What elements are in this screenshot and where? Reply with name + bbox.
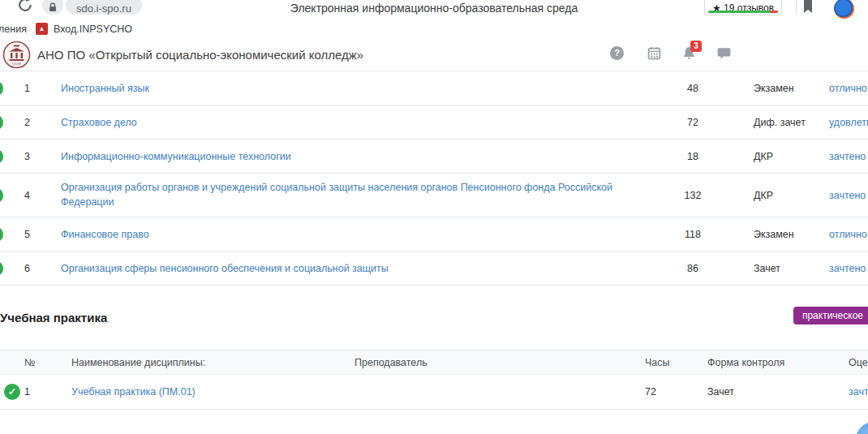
lock-icon	[47, 2, 58, 12]
hours-value: 72	[645, 386, 656, 397]
col-discipline: Наименование дисциплины:	[71, 357, 205, 368]
grade-link[interactable]: зачтено	[829, 263, 866, 274]
hours-value: 72	[676, 117, 710, 128]
hours-value: 132	[676, 190, 710, 201]
browser-window: sdo.i-spo.ru Электронная информационно-о…	[0, 0, 868, 434]
control-form: ДКР	[754, 151, 773, 162]
col-number: №	[24, 357, 35, 368]
row-number: 2	[24, 117, 30, 128]
discipline-row: 1 Иностранный язык 48 Экзамен отлично	[0, 71, 868, 105]
reload-icon[interactable]	[18, 0, 32, 12]
calendar-icon[interactable]	[647, 46, 661, 63]
practice-link[interactable]: Учебная практика (ПМ.01)	[71, 386, 196, 397]
bookmarks-bar: ления ▲ Вход.INPSYCHO	[0, 23, 868, 38]
control-form: Экзамен	[754, 83, 794, 94]
control-form: Диф. зачет	[754, 117, 806, 128]
url-chip[interactable]: sdo.i-spo.ru	[66, 0, 142, 15]
status-check-icon: ✓	[4, 384, 20, 400]
rating-bar	[708, 11, 778, 13]
row-number: 4	[24, 190, 30, 201]
chat-icon[interactable]	[717, 46, 731, 63]
discipline-row: 4 Организация работы органов и учреждени…	[0, 174, 868, 217]
discipline-row: 6 Организация сферы пенсионного обеспече…	[0, 251, 868, 286]
col-control: Форма контроля	[707, 357, 784, 368]
status-done-icon	[0, 226, 3, 242]
hours-value: 86	[676, 263, 710, 274]
site-security-chip[interactable]	[42, 0, 63, 15]
hours-value: 118	[676, 229, 710, 240]
page-title: Электронная информационно-образовательна…	[290, 2, 578, 15]
discipline-link[interactable]: Информационно-коммуникационные технологи…	[61, 148, 629, 164]
row-number: 1	[24, 83, 30, 94]
browser-toolbar: sdo.i-spo.ru Электронная информационно-о…	[0, 0, 868, 23]
discipline-link[interactable]: Организация сферы пенсионного обеспечени…	[61, 260, 629, 276]
status-done-icon	[0, 80, 3, 96]
col-teacher: Преподаватель	[355, 357, 428, 368]
discipline-row: 3 Информационно-коммуникационные техноло…	[0, 140, 868, 174]
grade-link[interactable]: зачтено	[829, 190, 866, 201]
control-form: Экзамен	[754, 229, 794, 240]
row-number: 3	[24, 151, 30, 162]
row-number: 6	[24, 263, 30, 274]
grade-link[interactable]: удовлетворительно	[829, 117, 868, 128]
floating-action-button[interactable]	[856, 422, 868, 434]
control-form: ДКР	[754, 190, 773, 201]
reviews-badge[interactable]: ★ 19 отзывов	[704, 0, 782, 15]
col-hours: Часы	[645, 357, 670, 368]
college-name: АНО ПО «Открытый социально-экономический…	[37, 48, 363, 62]
grade-link[interactable]: зачтено	[849, 386, 868, 397]
toolbar-divider	[796, 0, 797, 14]
section-title-practice: Учебная практика	[0, 311, 107, 324]
discipline-row: 5 Финансовое право 118 Экзамен отлично	[0, 217, 868, 251]
control-form: Зачет	[707, 386, 734, 397]
svg-text:ОСЭК: ОСЭК	[12, 62, 22, 66]
discipline-link[interactable]: Страховое дело	[61, 114, 629, 130]
status-done-icon	[0, 187, 3, 203]
profile-avatar[interactable]	[834, 0, 854, 19]
grade-link[interactable]: отлично	[829, 229, 867, 240]
bookmark-favicon-icon: ▲	[36, 23, 48, 35]
help-icon[interactable]: ?	[610, 46, 624, 60]
practice-table-header: № Наименование дисциплины: Преподаватель…	[0, 350, 868, 375]
grade-link[interactable]: зачтено	[829, 151, 866, 162]
practice-row: ✓ 1 Учебная практика (ПМ.01) 72 Зачет за…	[0, 375, 868, 410]
disciplines-table: 1 Иностранный язык 48 Экзамен отлично 2 …	[0, 71, 868, 286]
hours-value: 48	[676, 83, 710, 94]
grade-link[interactable]: отлично	[829, 83, 867, 94]
discipline-link[interactable]: Организация работы органов и учреждений …	[61, 180, 629, 211]
college-logo: ОСЭК	[2, 41, 31, 72]
row-number: 5	[24, 229, 30, 240]
bookmark-icon[interactable]	[802, 0, 814, 17]
status-done-icon	[0, 260, 3, 276]
notifications-count-badge: 3	[690, 41, 702, 52]
col-grade: Оценка	[849, 357, 868, 368]
control-form: Зачет	[754, 263, 780, 274]
row-number: 1	[24, 386, 30, 397]
status-done-icon	[0, 114, 3, 130]
discipline-link[interactable]: Финансовое право	[61, 226, 629, 242]
practice-type-badge: практическое	[793, 307, 868, 324]
discipline-row: 2 Страховое дело 72 Диф. зачет удовлетво…	[0, 105, 868, 140]
status-done-icon	[0, 148, 3, 164]
bookmark-item-inpsycho[interactable]: Вход.INPSYCHO	[54, 24, 132, 35]
bookmark-item-partial[interactable]: ления	[0, 24, 27, 35]
site-header: ОСЭК АНО ПО «Открытый социально-экономич…	[0, 37, 868, 71]
practice-table: № Наименование дисциплины: Преподаватель…	[0, 350, 868, 410]
discipline-link[interactable]: Иностранный язык	[61, 80, 629, 96]
hours-value: 18	[676, 151, 710, 162]
